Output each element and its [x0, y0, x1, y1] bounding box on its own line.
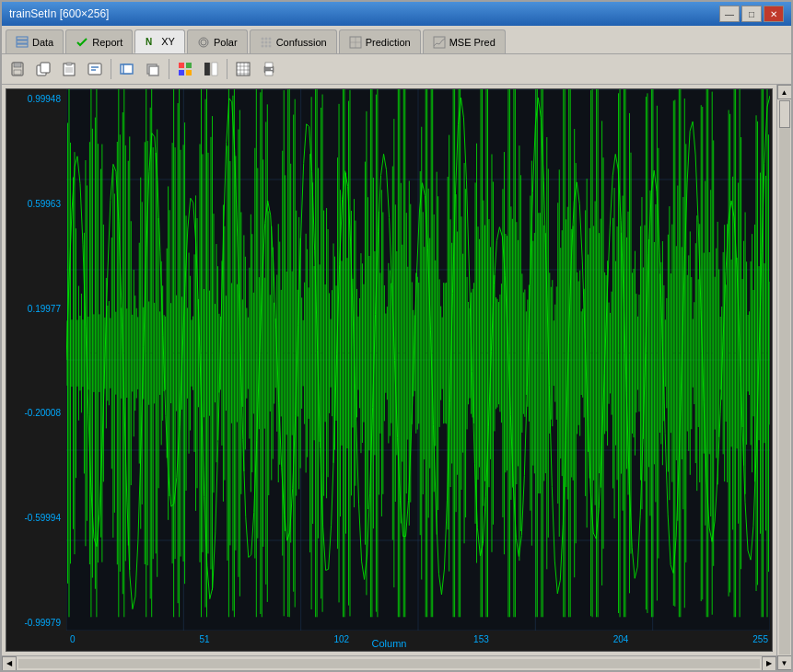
y-label-4: -0.20008: [8, 408, 64, 418]
data-icon: [16, 36, 29, 49]
scroll-track[interactable]: [18, 659, 760, 668]
chart-container: row: 500 0.99948 0.59963 0.19977 -0.2000…: [6, 89, 772, 651]
polar-icon: [197, 36, 210, 49]
scroll-right-button[interactable]: ▶: [762, 656, 776, 671]
grid-button[interactable]: [231, 57, 255, 81]
scroll-left-button[interactable]: ◀: [2, 656, 17, 671]
toolbar-separator-2: [169, 59, 169, 79]
close-button[interactable]: ✕: [764, 6, 784, 22]
svg-rect-52: [265, 71, 273, 75]
zoom-out-button[interactable]: [141, 57, 165, 81]
msepred-icon: [433, 36, 446, 49]
svg-rect-18: [434, 37, 445, 48]
scroll-thumb[interactable]: [779, 100, 790, 128]
y-label-3: 0.19977: [8, 304, 64, 314]
tab-msepred[interactable]: MSE Pred: [423, 29, 506, 53]
y-label-6: -0.99979: [8, 618, 64, 628]
report-icon: [76, 36, 88, 49]
prediction-icon: [349, 36, 362, 49]
scroll-down-button[interactable]: ▼: [777, 655, 792, 670]
main-content: row: 500 0.99948 0.59963 0.19977 -0.2000…: [2, 85, 791, 670]
svg-rect-1: [17, 41, 28, 43]
svg-rect-29: [88, 64, 101, 75]
print-button[interactable]: [257, 57, 281, 81]
toolbar-separator-1: [111, 59, 111, 79]
bw-button[interactable]: [199, 57, 223, 81]
y-axis: 0.99948 0.59963 0.19977 -0.20008 -0.5999…: [6, 89, 66, 632]
svg-rect-35: [149, 66, 158, 75]
tab-bar: Data Report N XY Polar: [2, 26, 791, 54]
minimize-button[interactable]: —: [719, 6, 740, 22]
svg-rect-36: [179, 63, 184, 68]
confussion-icon: [260, 36, 273, 49]
toolbar: [2, 54, 791, 85]
svg-point-12: [261, 44, 263, 47]
svg-rect-41: [212, 63, 217, 75]
svg-point-11: [268, 41, 271, 43]
svg-rect-23: [41, 63, 50, 73]
svg-rect-37: [186, 63, 192, 68]
x-label-51: 51: [199, 634, 209, 649]
tab-prediction[interactable]: Prediction: [339, 29, 421, 53]
svg-rect-51: [265, 63, 273, 67]
xy-icon: N: [145, 35, 157, 48]
title-bar: trainSetIn [600×256] — □ ✕: [2, 2, 791, 26]
tab-xy[interactable]: N XY: [134, 29, 185, 53]
copy-button[interactable]: [31, 57, 55, 81]
maximize-button[interactable]: □: [741, 6, 762, 22]
main-window: trainSetIn [600×256] — □ ✕ Data Report N…: [0, 0, 793, 672]
x-label-0: 0: [70, 634, 76, 649]
chart-canvas: [66, 89, 770, 631]
window-title: trainSetIn [600×256]: [9, 7, 109, 20]
x-label-102: 102: [334, 634, 350, 649]
x-axis-title: Column: [372, 638, 407, 649]
svg-rect-20: [14, 63, 21, 67]
tab-data[interactable]: Data: [6, 29, 64, 53]
svg-point-6: [261, 37, 263, 40]
svg-point-8: [268, 37, 271, 40]
y-label-1: 0.99948: [8, 94, 64, 104]
zoom-in-button[interactable]: [115, 57, 139, 81]
x-label-255: 255: [752, 634, 768, 649]
svg-point-9: [261, 41, 263, 43]
svg-point-14: [268, 44, 271, 47]
tab-confussion[interactable]: Confussion: [250, 29, 337, 53]
svg-point-7: [264, 37, 267, 40]
svg-point-5: [201, 40, 206, 45]
paste-button[interactable]: [57, 57, 81, 81]
scrollbar-right: ▲ ▼: [776, 85, 791, 670]
svg-rect-40: [204, 63, 210, 75]
y-label-5: -0.59994: [8, 513, 64, 523]
svg-point-10: [264, 41, 267, 43]
svg-rect-0: [17, 37, 28, 40]
x-label-204: 204: [613, 634, 629, 649]
svg-rect-2: [17, 44, 28, 47]
tab-report[interactable]: Report: [65, 29, 133, 53]
save-button[interactable]: [6, 57, 29, 81]
svg-point-13: [264, 44, 267, 47]
color-button[interactable]: [173, 57, 197, 81]
svg-rect-39: [186, 70, 192, 75]
bottom-scrollbar: ◀ ▶: [2, 655, 776, 670]
scroll-up-button[interactable]: ▲: [777, 85, 792, 99]
tab-polar[interactable]: Polar: [187, 29, 248, 53]
svg-rect-21: [14, 70, 21, 75]
y-label-2: 0.59963: [8, 199, 64, 209]
window-controls: — □ ✕: [719, 6, 784, 22]
svg-text:N: N: [146, 37, 152, 47]
plot-area: row: 500 0.99948 0.59963 0.19977 -0.2000…: [6, 88, 773, 652]
svg-rect-25: [66, 63, 72, 65]
x-axis: 0 51 102 153 204 255: [66, 632, 772, 651]
svg-rect-38: [179, 70, 184, 75]
svg-point-53: [271, 68, 273, 70]
x-label-153: 153: [473, 634, 489, 649]
scroll-track-right[interactable]: [779, 100, 790, 655]
toolbar-separator-3: [227, 59, 227, 79]
svg-rect-33: [123, 64, 133, 74]
properties-button[interactable]: [83, 57, 107, 81]
